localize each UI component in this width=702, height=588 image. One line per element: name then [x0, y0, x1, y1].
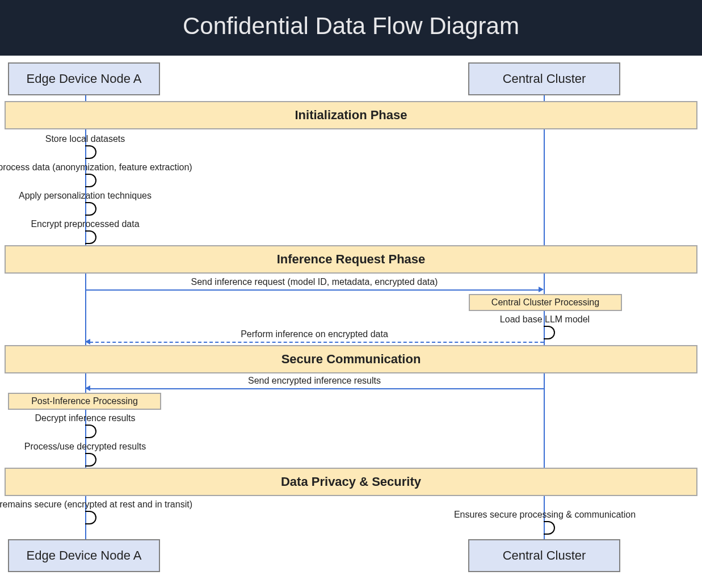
msg-send-results: Send encrypted inference results	[85, 376, 544, 386]
section-init: Initialization Phase	[5, 101, 697, 129]
msg-apply-personalization: Apply personalization techniques	[0, 191, 170, 201]
msg-ensure-secure: Ensures secure processing & communicatio…	[443, 510, 647, 520]
selfloop-icon	[85, 511, 96, 524]
msg-perform-inference: Perform inference on encrypted data	[85, 329, 544, 339]
arrow-perform-inference	[90, 342, 544, 343]
arrow-send-results	[90, 388, 544, 389]
subsection-cluster-processing: Central Cluster Processing	[469, 294, 622, 311]
msg-store-local: Store local datasets	[0, 134, 170, 144]
page-title: Confidential Data Flow Diagram	[0, 0, 702, 56]
selfloop-icon	[85, 425, 96, 438]
actor-edge-top: Edge Device Node A	[8, 62, 160, 95]
arrow-head-icon	[85, 339, 90, 345]
msg-process-results: Process/use decrypted results	[0, 442, 170, 452]
msg-decrypt-results: Decrypt inference results	[0, 413, 170, 423]
msg-send-request: Send inference request (model ID, metada…	[85, 277, 544, 287]
selfloop-icon	[85, 202, 96, 216]
msg-preprocess: Preprocess data (anonymization, feature …	[0, 162, 210, 173]
actor-cluster-bottom: Central Cluster	[468, 539, 620, 572]
selfloop-icon	[85, 230, 96, 244]
arrow-head-icon	[539, 287, 544, 292]
selfloop-icon	[85, 145, 96, 159]
selfloop-icon	[544, 521, 555, 535]
selfloop-icon	[85, 174, 96, 187]
selfloop-icon	[85, 453, 96, 467]
section-privacy: Data Privacy & Security	[5, 468, 697, 496]
selfloop-icon	[544, 326, 555, 339]
msg-data-secure: Data remains secure (encrypted at rest a…	[0, 499, 210, 510]
section-secure: Secure Communication	[5, 345, 697, 373]
subsection-post-inference: Post-Inference Processing	[8, 393, 161, 410]
arrow-head-icon	[85, 385, 90, 391]
sequence-diagram: Edge Device Node A Central Cluster Initi…	[0, 56, 702, 583]
msg-load-model: Load base LLM model	[460, 314, 630, 325]
actor-cluster-top: Central Cluster	[468, 62, 620, 95]
section-inference: Inference Request Phase	[5, 245, 697, 274]
msg-encrypt-pre: Encrypt preprocessed data	[0, 219, 170, 229]
arrow-send-request	[86, 289, 540, 291]
actor-edge-bottom: Edge Device Node A	[8, 539, 160, 572]
